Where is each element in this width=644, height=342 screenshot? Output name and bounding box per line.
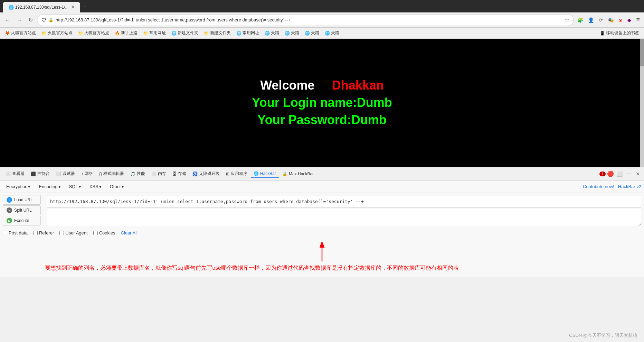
referer-label: Referer <box>39 230 54 235</box>
load-url-button[interactable]: ↓ Load URL <box>3 195 41 205</box>
inspector-label: 查看器 <box>12 171 25 177</box>
contribute-link[interactable]: Contribute now! HackBar v2 <box>583 184 641 189</box>
account-icon-btn[interactable]: 👤 <box>587 17 595 24</box>
red-circle-btn[interactable]: ⊗ <box>617 17 624 24</box>
scrollbar-thumb[interactable] <box>640 39 644 66</box>
password-text: Your Password:Dumb <box>252 113 392 127</box>
devtools-expand-btn[interactable]: ⬜ <box>615 170 624 177</box>
bookmark-label: 火狐官方站点 <box>48 30 73 36</box>
user-agent-checkbox-label[interactable]: User Agent <box>59 230 87 235</box>
perf-icon: 🎵 <box>130 172 135 176</box>
bookmark-icon: 🌐 <box>325 31 330 36</box>
hackbar-body: ↓ Load URL ✂ Split URL ▶ Execute <box>0 193 644 239</box>
devtool-performance-btn[interactable]: 🎵 性能 <box>127 169 148 178</box>
devtools-more-btn[interactable]: ⋯ <box>625 170 633 177</box>
menu-button[interactable]: ≡ <box>635 16 641 24</box>
bookmark-item[interactable]: 📁 新建文件夹 <box>202 29 233 37</box>
bookmark-label: 火狐官方站点 <box>84 30 109 36</box>
referer-checkbox-label[interactable]: Referer <box>33 230 54 235</box>
bookmark-item[interactable]: 🌐 新建文件夹 <box>169 29 200 37</box>
load-url-label: Load URL <box>14 197 33 202</box>
encoding-menu[interactable]: Encoding ▾ <box>35 183 64 191</box>
encryption-menu[interactable]: Encryption ▾ <box>3 183 34 191</box>
sql-arrow-icon: ▾ <box>79 184 81 189</box>
other-menu[interactable]: Other ▾ <box>106 183 128 191</box>
scrollbar-track[interactable] <box>640 39 644 167</box>
cookies-checkbox[interactable] <box>93 231 98 235</box>
devtool-application-btn[interactable]: ⊞ 应用程序 <box>223 169 250 178</box>
contribute-text: Contribute now! <box>583 184 614 189</box>
bookmark-item[interactable]: 🌐 天猫 <box>323 29 341 37</box>
bookmark-item[interactable]: 🔥 新手上路 <box>113 29 140 37</box>
csdn-watermark: CSDN @今天不学习，明天变腊鸡 <box>569 332 637 339</box>
devtools-panel: ⬜ 查看器 ⬛ 控制台 ⬜ 调试器 ↕ 网络 {} 样式编辑器 🎵 性能 ⬜ 内… <box>0 167 644 277</box>
refresh-button[interactable]: ↻ <box>26 15 35 25</box>
hackbar-url-area <box>47 195 641 226</box>
mobile-bookmarks[interactable]: 📱 移动设备上的书签 <box>598 29 641 37</box>
nav-icons: 🧩 👤 ⟳ 🎭 ⊗ ◆ ≡ <box>576 16 641 24</box>
execute-button[interactable]: ▶ Execute <box>3 216 41 225</box>
cookies-checkbox-label[interactable]: Cookies <box>93 230 115 235</box>
tab-close-icon[interactable]: ✕ <box>71 5 75 10</box>
bookmark-item[interactable]: 🌐 天猫 <box>263 29 281 37</box>
bookmark-item[interactable]: 🦊 火狐官方站点 <box>3 29 38 37</box>
browser-content-wrapper: Welcome Dhakkan Your Login name:Dumb You… <box>0 39 644 167</box>
devtool-network-btn[interactable]: ↕ 网络 <box>78 169 96 178</box>
devtool-debugger-btn[interactable]: ⬜ 调试器 <box>53 169 78 178</box>
hackbar-globe-icon: 🌐 <box>254 171 259 176</box>
network-icon: ↕ <box>81 172 83 176</box>
active-tab[interactable]: 🌐 192.168.87.130/sql/Less-1/... ✕ <box>3 2 80 12</box>
bookmark-item[interactable]: 📁 火狐官方站点 <box>39 29 75 37</box>
clear-all-button[interactable]: Clear All <box>121 230 138 235</box>
style-icon: {} <box>99 172 102 176</box>
xss-menu[interactable]: XSS ▾ <box>86 183 105 191</box>
devtool-accessibility-btn[interactable]: ♿ 无障碍环境 <box>190 169 222 178</box>
bookmark-item[interactable]: 🌐 天猫 <box>283 29 301 37</box>
addon-btn[interactable]: 🎭 <box>606 17 615 24</box>
history-btn[interactable]: ⟳ <box>597 17 604 24</box>
execute-icon: ▶ <box>7 218 12 223</box>
bookmark-item[interactable]: 🌐 常用网址 <box>234 29 261 37</box>
hackbar-url-textarea[interactable] <box>47 209 641 226</box>
star-icon[interactable]: ☆ <box>565 17 569 23</box>
devtool-hackbar-btn[interactable]: 🌐 HackBar <box>251 170 279 178</box>
devtool-inspector-btn[interactable]: ⬜ 查看器 <box>3 169 27 178</box>
address-bar-container[interactable]: 🛡 🔒 ☆ <box>37 14 574 26</box>
network-label: 网络 <box>85 171 93 177</box>
hackbar-url-input[interactable] <box>47 195 641 207</box>
debugger-icon: ⬜ <box>56 172 61 176</box>
devtool-memory-btn[interactable]: ⬜ 内存 <box>149 169 169 178</box>
user-agent-checkbox[interactable] <box>59 231 64 235</box>
bookmark-icon: 📁 <box>78 31 83 36</box>
split-url-button[interactable]: ✂ Split URL <box>3 205 41 215</box>
bookmark-item[interactable]: 📁 火狐官方站点 <box>76 29 111 37</box>
welcome-line: Welcome Dhakkan <box>252 78 392 93</box>
encryption-label: Encryption <box>6 184 27 189</box>
purple-btn[interactable]: ◆ <box>626 17 633 24</box>
devtool-storage-btn[interactable]: 🗄 存储 <box>170 169 189 178</box>
devtool-style-btn[interactable]: {} 样式编辑器 <box>96 169 127 178</box>
bookmark-item[interactable]: 📁 常用网址 <box>141 29 168 37</box>
devtool-console-btn[interactable]: ⬛ 控制台 <box>28 169 53 178</box>
hackbar-panel: Encryption ▾ Encoding ▾ SQL ▾ XSS ▾ Othe… <box>0 181 644 239</box>
encoding-label: Encoding <box>39 184 57 189</box>
bookmark-label: 天猫 <box>311 30 319 36</box>
new-tab-btn[interactable]: + <box>80 1 89 11</box>
devtool-maxhackbar-btn[interactable]: 🔒 Max HackBar <box>280 170 316 178</box>
devtools-close-btn[interactable]: ✕ <box>634 170 641 177</box>
encryption-arrow-icon: ▾ <box>28 184 30 189</box>
address-input[interactable] <box>56 17 562 22</box>
lock-icon: 🔒 <box>48 18 54 22</box>
browser-content: Welcome Dhakkan Your Login name:Dumb You… <box>0 39 644 167</box>
dhakkan-text: Dhakkan <box>332 78 384 92</box>
other-arrow-icon: ▾ <box>122 184 124 189</box>
post-data-checkbox-label[interactable]: Post data <box>3 230 28 235</box>
application-icon: ⊞ <box>226 172 229 176</box>
extensions-icon-btn[interactable]: 🧩 <box>576 17 585 24</box>
sql-menu[interactable]: SQL ▾ <box>66 183 85 191</box>
bookmark-item[interactable]: 🌐 天猫 <box>303 29 321 37</box>
referer-checkbox[interactable] <box>33 231 38 235</box>
forward-button[interactable]: → <box>15 16 24 25</box>
back-button[interactable]: ← <box>3 16 12 25</box>
post-data-checkbox[interactable] <box>3 231 7 235</box>
